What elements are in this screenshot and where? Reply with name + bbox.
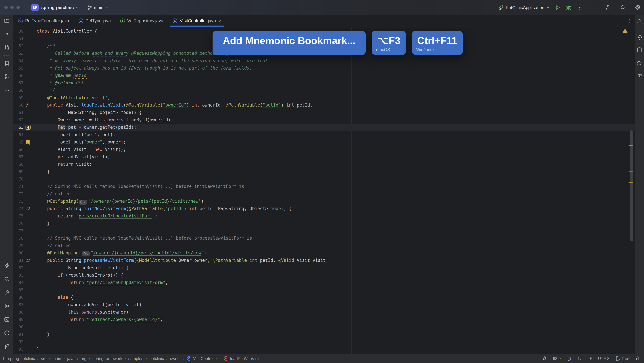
line-number[interactable]: 89 xyxy=(14,316,24,323)
code-line-78[interactable]: 78 // Spring MVC calls method loadPetWit… xyxy=(14,235,634,242)
code-line-54[interactable]: 54 * we always have fresh data - Since w… xyxy=(14,57,634,65)
code-line-58[interactable]: 58 */ xyxy=(14,87,634,94)
line-number[interactable]: 54 xyxy=(14,57,24,65)
project-name[interactable]: spring-petclinic xyxy=(41,5,74,10)
breadcrumb-item[interactable]: owner xyxy=(170,356,181,361)
code-line-75[interactable]: 75 return "pets/createOrUpdateVisitForm"… xyxy=(14,212,634,220)
build-tool-icon[interactable] xyxy=(4,290,10,295)
line-number[interactable]: 82 xyxy=(14,264,24,272)
line-number[interactable]: 58 xyxy=(14,87,24,94)
code-line-74[interactable]: 74 public String initNewVisitForm(@PathV… xyxy=(14,205,634,212)
code-line-93[interactable]: 93} xyxy=(14,345,634,353)
code-line-84[interactable]: 84 return "pets/createOrUpdateVisitForm"… xyxy=(14,279,634,286)
commit-tool-icon[interactable] xyxy=(4,31,10,37)
code-line-64[interactable]: 64 model.put("pet", pet); xyxy=(14,131,634,139)
code-line-55[interactable]: 55 * Pet object always has an id (Even t… xyxy=(14,65,634,72)
window-close-button[interactable] xyxy=(4,6,8,9)
notifications-bell-icon[interactable] xyxy=(636,19,642,25)
run-configuration-selector[interactable]: PetClinicApplication xyxy=(498,5,549,10)
scrollbar-warning-mark[interactable] xyxy=(628,182,633,183)
breadcrumb-item[interactable]: org xyxy=(80,356,86,361)
code-line-90[interactable]: 90 } xyxy=(14,323,634,331)
code-line-67[interactable]: 67 pet.addVisit(visit); xyxy=(14,153,634,161)
code-line-91[interactable]: 91 } xyxy=(14,331,634,338)
breadcrumb-item[interactable]: src xyxy=(41,356,46,361)
code-line-83[interactable]: 83 if (result.hasErrors()) { xyxy=(14,272,634,279)
scrollbar-warning-mark[interactable] xyxy=(628,145,633,146)
code-line-69[interactable]: 69 } xyxy=(14,168,634,175)
line-number[interactable]: 73 xyxy=(14,198,24,205)
tab-VetRepository.java[interactable]: IVetRepository.java xyxy=(116,15,168,27)
code-line-66[interactable]: 66 Visit visit = new Visit(); xyxy=(14,146,634,153)
code-line-57[interactable]: 57 * @return Pet xyxy=(14,79,634,87)
tab-PetType.java[interactable]: CPetType.java xyxy=(74,15,116,27)
plugin-leaf-icon[interactable] xyxy=(577,356,582,361)
debug-button[interactable] xyxy=(566,5,572,10)
database-tool-icon[interactable] xyxy=(636,47,642,53)
line-number[interactable]: 71 xyxy=(14,183,24,190)
search-everywhere-icon[interactable] xyxy=(620,5,626,10)
endpoints-tool-icon[interactable] xyxy=(4,263,10,268)
line-number[interactable]: 69 xyxy=(14,168,24,175)
project-tool-icon[interactable] xyxy=(4,18,10,24)
code-line-60[interactable]: 60@ public Visit loadPetWithVisit(@PathV… xyxy=(14,102,634,109)
code-line-80[interactable]: 80 @PostMapping("/owners/{ownerId}/pets/… xyxy=(14,249,634,257)
settings-gear-icon[interactable] xyxy=(634,4,641,11)
code-line-68[interactable]: 68 return visit; xyxy=(14,161,634,168)
code-line-70[interactable]: 70 xyxy=(14,175,634,183)
code-line-76[interactable]: 76 } xyxy=(14,220,634,227)
file-writable-lock-icon[interactable] xyxy=(635,356,640,361)
code-editor[interactable]: 39class VisitController {5152 /**53 * Ca… xyxy=(14,27,634,353)
line-number[interactable]: 62 xyxy=(14,116,24,124)
code-line-65[interactable]: 65 model.put("owner", owner); xyxy=(14,139,634,146)
breadcrumb-item[interactable]: springframework xyxy=(92,356,122,361)
line-number[interactable]: 67 xyxy=(14,153,24,161)
bookmark-flag-icon[interactable] xyxy=(26,140,30,145)
code-line-73[interactable]: 73 @GetMapping("/owners/{ownerId}/pets/{… xyxy=(14,198,634,205)
window-minimize-button[interactable] xyxy=(10,6,14,9)
code-line-56[interactable]: 56 * @param petId xyxy=(14,72,634,79)
breadcrumb-item[interactable]: main xyxy=(52,356,61,361)
tab-options-kebab-icon[interactable] xyxy=(627,18,632,23)
line-number[interactable]: 59 xyxy=(14,94,24,102)
line-number[interactable]: 56 xyxy=(14,72,24,79)
line-separator-widget[interactable]: LF xyxy=(588,356,592,361)
line-number[interactable]: 85 xyxy=(14,286,24,294)
code-lines[interactable]: 39class VisitController {5152 /**53 * Ca… xyxy=(14,28,634,353)
code-line-81[interactable]: 81 public String processNewVisitForm(@Mo… xyxy=(14,257,634,264)
annotation-at-icon[interactable]: @ xyxy=(26,102,28,108)
maven-tool-icon[interactable]: m xyxy=(637,73,642,78)
caret-position-widget[interactable]: 63:9 xyxy=(553,356,561,361)
gradle-elephant-icon[interactable] xyxy=(636,60,642,66)
code-line-82[interactable]: 82 BindingResult result) { xyxy=(14,264,634,272)
editor-scrollbar-thumb[interactable] xyxy=(630,130,633,241)
line-number[interactable]: 74 xyxy=(14,205,24,212)
line-number[interactable]: 80 xyxy=(14,249,24,257)
line-number[interactable]: 92 xyxy=(14,338,24,345)
version-control-tool-icon[interactable] xyxy=(4,343,10,349)
line-number[interactable]: 72 xyxy=(14,190,24,198)
pine-tree-icon[interactable] xyxy=(542,356,547,361)
window-controls[interactable] xyxy=(4,6,20,9)
breadcrumb-item[interactable]: mloadPetWithVisit xyxy=(224,356,260,361)
line-number[interactable]: 78 xyxy=(14,235,24,242)
line-number[interactable]: 81 xyxy=(14,257,24,264)
code-line-59[interactable]: 59 @ModelAttribute("visit") xyxy=(14,94,634,102)
line-number[interactable]: 84 xyxy=(14,279,24,286)
line-number[interactable]: 55 xyxy=(14,65,24,72)
code-line-85[interactable]: 85 } xyxy=(14,286,634,294)
line-number[interactable]: 51 xyxy=(14,35,24,42)
code-line-62[interactable]: 62 Owner owner = this.owners.findById(ow… xyxy=(14,116,634,124)
spring-bean-icon[interactable] xyxy=(26,206,30,211)
code-line-77[interactable]: 77 xyxy=(14,227,634,235)
find-tool-icon[interactable] xyxy=(4,276,10,282)
line-number[interactable]: 83 xyxy=(14,272,24,279)
line-number[interactable]: 68 xyxy=(14,161,24,168)
spiral-status-icon[interactable] xyxy=(566,356,572,361)
run-button[interactable] xyxy=(555,5,560,10)
code-line-87[interactable]: 87 owner.addVisit(petId, visit); xyxy=(14,301,634,308)
code-line-89[interactable]: 89 return "redirect:/owners/{ownerId}"; xyxy=(14,316,634,323)
code-with-me-add-user-icon[interactable] xyxy=(606,4,612,11)
line-number[interactable]: 66 xyxy=(14,146,24,153)
line-number[interactable]: 64 xyxy=(14,131,24,139)
